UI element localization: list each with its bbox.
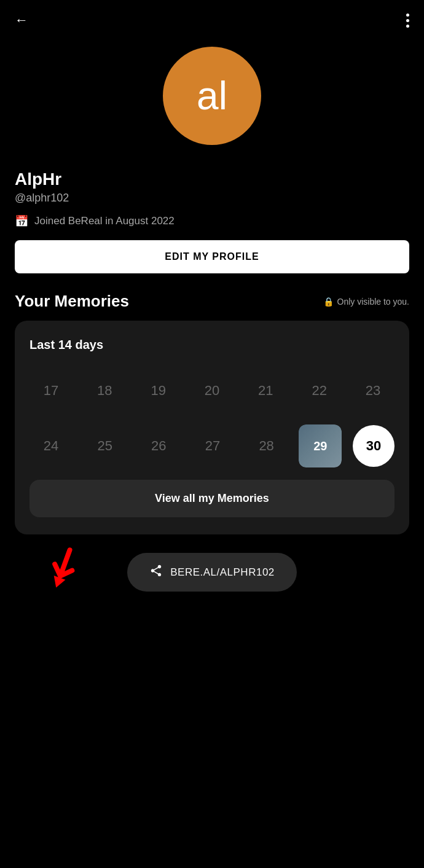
share-link-label: BERE.AL/ALPHR102 <box>170 566 275 579</box>
memories-title: Your Memories <box>15 292 129 311</box>
display-name: AlpHr <box>15 170 409 189</box>
share-section: BERE.AL/ALPHR102 <box>0 553 424 592</box>
calendar-day-29[interactable]: 29 <box>299 424 342 467</box>
calendar-icon: 📅 <box>15 214 28 228</box>
join-text: Joined BeReal in August 2022 <box>34 215 175 227</box>
memories-header: Your Memories 🔒 Only visible to you. <box>15 292 409 311</box>
user-handle: @alphr102 <box>15 192 409 205</box>
calendar-day-25[interactable]: 25 <box>84 424 127 467</box>
share-link-button[interactable]: BERE.AL/ALPHR102 <box>127 553 297 592</box>
more-menu-button[interactable] <box>406 14 409 28</box>
back-button[interactable]: ← <box>15 12 28 28</box>
user-info: AlpHr @alphr102 📅 Joined BeReal in Augus… <box>0 170 424 228</box>
calendar-card: Last 14 days 17 18 19 20 21 22 23 24 25 … <box>15 321 409 534</box>
calendar-day-24[interactable]: 24 <box>29 424 73 467</box>
calendar-row-2: 24 25 26 27 28 29 30 <box>29 424 395 467</box>
calendar-day-21[interactable]: 21 <box>244 369 287 412</box>
calendar-day-26[interactable]: 26 <box>137 424 180 467</box>
view-all-memories-button[interactable]: View all my Memories <box>29 480 395 517</box>
profile-section: al <box>0 34 424 170</box>
calendar-day-19[interactable]: 19 <box>137 369 180 412</box>
period-label: Last 14 days <box>29 338 395 352</box>
calendar-day-23[interactable]: 23 <box>351 369 395 412</box>
visibility-label: Only visible to you. <box>337 297 410 307</box>
calendar-day-22[interactable]: 22 <box>298 369 341 412</box>
calendar-day-17[interactable]: 17 <box>29 369 73 412</box>
avatar: al <box>163 47 261 145</box>
memories-section: Your Memories 🔒 Only visible to you. Las… <box>0 292 424 534</box>
share-icon <box>149 564 163 581</box>
svg-marker-0 <box>50 576 66 590</box>
calendar-day-18[interactable]: 18 <box>83 369 126 412</box>
visibility-badge: 🔒 Only visible to you. <box>323 297 410 307</box>
calendar-day-28[interactable]: 28 <box>245 424 288 467</box>
edit-profile-button[interactable]: EDIT MY PROFILE <box>15 240 409 273</box>
join-info: 📅 Joined BeReal in August 2022 <box>15 214 409 228</box>
calendar-day-20[interactable]: 20 <box>190 369 234 412</box>
top-bar: ← <box>0 0 424 34</box>
calendar-day-27[interactable]: 27 <box>191 424 234 467</box>
calendar-day-30[interactable]: 30 <box>353 425 395 467</box>
lock-icon: 🔒 <box>323 297 334 307</box>
calendar-row-1: 17 18 19 20 21 22 23 <box>29 369 395 412</box>
